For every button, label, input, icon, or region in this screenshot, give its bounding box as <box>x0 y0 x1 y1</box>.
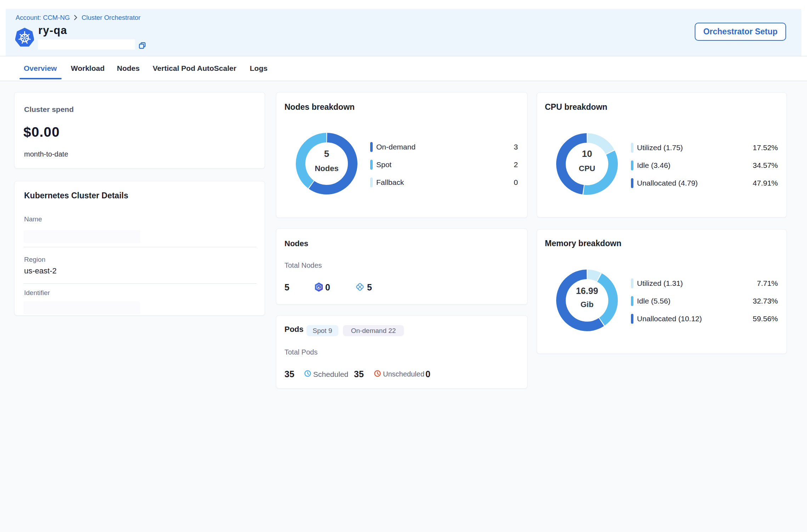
svg-text:K: K <box>318 285 320 289</box>
